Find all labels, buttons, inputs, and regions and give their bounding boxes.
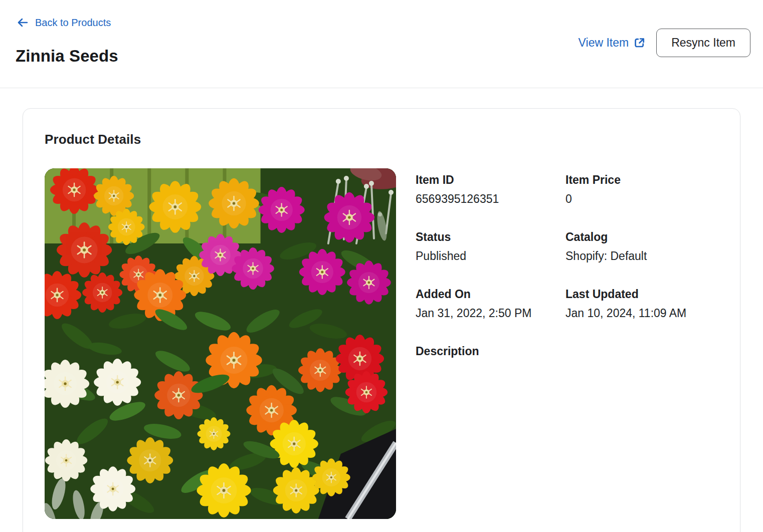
field-item-price: Item Price 0 [565,172,718,207]
back-to-products-link[interactable]: Back to Products [16,17,111,29]
field-description: Description [416,344,565,378]
field-value: Shopify: Default [565,248,718,264]
field-status: Status Published [416,229,565,264]
field-last-updated: Last Updated Jan 10, 2024, 11:09 AM [565,287,718,321]
resync-item-button[interactable]: Resync Item [656,29,750,57]
field-value: 6569395126351 [416,191,565,207]
back-arrow-icon [16,17,30,29]
field-item-id: Item ID 6569395126351 [416,172,565,207]
header-actions: View Item Resync Item [579,29,750,57]
product-image [45,168,396,519]
field-label: Item Price [565,172,718,188]
view-item-link[interactable]: View Item [579,36,646,50]
page-header: Back to Products Zinnia Seeds View Item … [0,0,763,88]
page-title: Zinnia Seeds [16,47,118,66]
card-body: Item ID 6569395126351 Item Price 0 Statu… [45,168,718,519]
product-details-card: Product Details [23,108,740,532]
field-label: Item ID [416,172,565,188]
field-catalog: Catalog Shopify: Default [565,229,718,264]
main-content: Product Details [0,88,763,532]
field-value: Jan 10, 2024, 11:09 AM [565,306,718,321]
product-fields: Item ID 6569395126351 Item Price 0 Statu… [416,168,718,378]
field-label: Catalog [565,229,718,245]
card-title: Product Details [45,132,718,147]
field-label: Added On [416,287,565,302]
field-value: 0 [565,191,718,207]
back-link-label: Back to Products [35,17,111,29]
field-label: Description [416,344,565,359]
field-label: Last Updated [565,287,718,302]
external-link-icon [633,37,646,49]
field-label: Status [416,229,565,245]
field-added-on: Added On Jan 31, 2022, 2:50 PM [416,287,565,321]
view-item-label: View Item [579,36,629,50]
field-value: Jan 31, 2022, 2:50 PM [416,306,565,321]
field-value: Published [416,248,565,264]
field-value [416,363,565,378]
